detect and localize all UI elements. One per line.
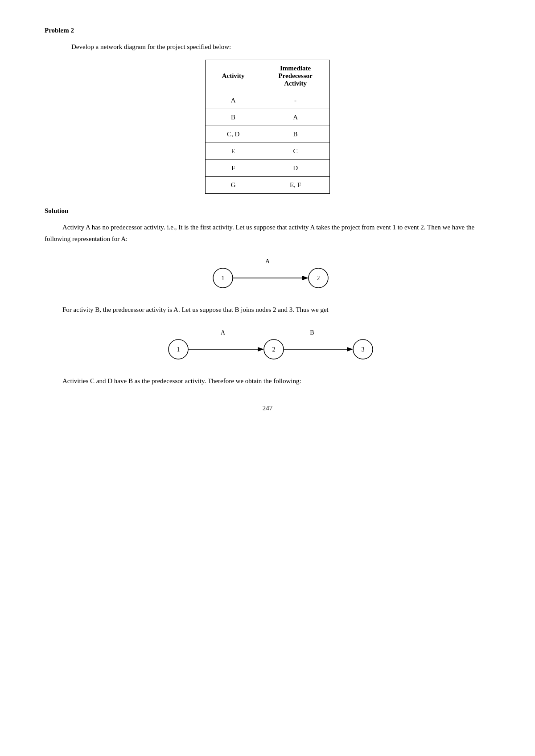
table-row: BA	[206, 109, 330, 126]
activity-cell: E	[206, 143, 261, 160]
diagram2-label-b: B	[310, 329, 314, 336]
predecessor-cell: -	[261, 92, 330, 109]
table-row: GE, F	[206, 177, 330, 194]
diagram2-svg: A B 1 2 3	[160, 325, 374, 365]
intro-text: Develop a network diagram for the projec…	[71, 43, 490, 51]
activity-cell: C, D	[206, 126, 261, 143]
diagram1-node2-label: 2	[317, 275, 320, 282]
col2-header-line3: Activity	[284, 80, 307, 87]
problem-title: Problem 2	[45, 27, 490, 34]
solution-paragraph2: For activity B, the predecessor activity…	[45, 304, 490, 316]
diagram1-label-a: A	[265, 258, 270, 265]
diagram2-label-a: A	[221, 329, 226, 336]
solution-paragraph3: Activities C and D have B as the predece…	[45, 376, 490, 387]
table-row: A-	[206, 92, 330, 109]
diagram2-arrow2-head	[347, 347, 353, 351]
table-row: C, DB	[206, 126, 330, 143]
predecessor-cell: E, F	[261, 177, 330, 194]
predecessor-cell: D	[261, 160, 330, 177]
page-number: 247	[45, 405, 490, 412]
predecessor-cell: B	[261, 126, 330, 143]
activity-table-container: Activity Immediate Predecessor Activity …	[45, 60, 490, 194]
predecessor-cell: C	[261, 143, 330, 160]
diagram2-node2-label: 2	[272, 346, 276, 353]
diagram2-node3-label: 3	[362, 346, 365, 353]
col1-header: Activity	[206, 60, 261, 92]
activity-cell: G	[206, 177, 261, 194]
diagram1-container: A 1 2	[45, 253, 490, 294]
diagram2-node1-label: 1	[177, 346, 180, 353]
table-row: EC	[206, 143, 330, 160]
solution-title: Solution	[45, 207, 490, 215]
activity-cell: B	[206, 109, 261, 126]
col2-header: Immediate Predecessor Activity	[261, 60, 330, 92]
predecessor-cell: A	[261, 109, 330, 126]
activity-cell: A	[206, 92, 261, 109]
solution-paragraph1: Activity A has no predecessor activity. …	[45, 222, 490, 245]
diagram1-arrowhead	[302, 276, 309, 280]
diagram2-container: A B 1 2 3	[45, 325, 490, 365]
col2-header-line1: Immediate	[280, 65, 311, 72]
diagram1-svg: A 1 2	[196, 253, 339, 294]
activity-cell: F	[206, 160, 261, 177]
diagram1-node1-label: 1	[222, 275, 225, 282]
diagram2-arrow1-head	[258, 347, 264, 351]
activity-table: Activity Immediate Predecessor Activity …	[205, 60, 330, 194]
table-row: FD	[206, 160, 330, 177]
col2-header-line2: Predecessor	[278, 72, 312, 79]
